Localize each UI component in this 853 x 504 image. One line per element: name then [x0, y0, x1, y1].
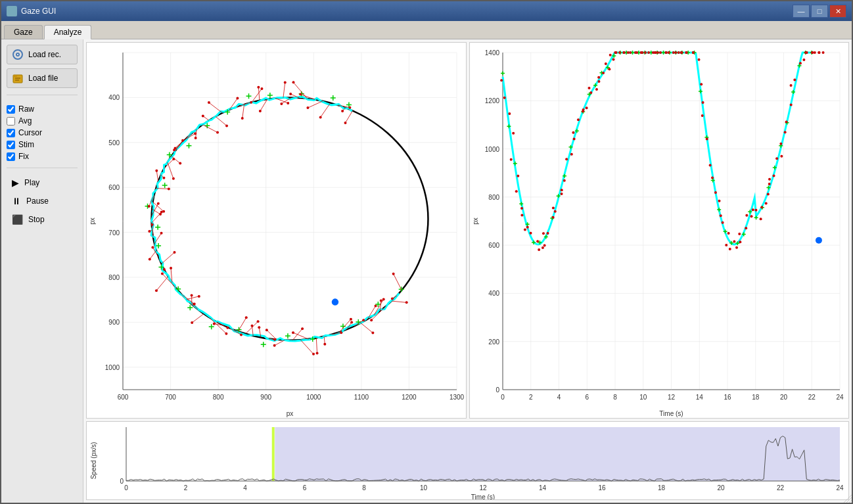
checkbox-raw[interactable]: Raw	[7, 104, 78, 114]
pause-icon: ⏸	[12, 196, 21, 206]
left-canvas	[87, 43, 467, 419]
play-label: Play	[24, 178, 39, 187]
titlebar-buttons: — □ ✕	[793, 5, 846, 18]
window-title: Gaze GUI	[21, 7, 793, 16]
play-icon: ▶	[12, 177, 19, 188]
playback-controls: ▶ Play ⏸ Pause ⬛ Stop	[7, 175, 78, 227]
stim-label: Stim	[18, 140, 34, 149]
top-charts	[86, 42, 849, 419]
load-file-button[interactable]: Load file	[7, 68, 78, 88]
fix-label: Fix	[18, 152, 29, 161]
right-canvas	[470, 43, 850, 419]
tab-gaze[interactable]: Gaze	[4, 25, 43, 39]
svg-line-9	[849, 500, 852, 503]
pause-label: Pause	[26, 196, 49, 206]
load-rec-button[interactable]: Load rec.	[7, 45, 78, 64]
svg-point-2	[17, 54, 18, 55]
svg-rect-4	[13, 75, 17, 77]
load-rec-icon	[11, 48, 24, 61]
divider-2	[7, 168, 78, 168]
pause-button[interactable]: ⏸ Pause	[7, 193, 78, 209]
stop-label: Stop	[28, 215, 45, 224]
load-file-label: Load file	[28, 74, 58, 83]
svg-line-8	[846, 497, 852, 503]
checkbox-cursor[interactable]: Cursor	[7, 128, 78, 137]
sidebar: Load rec. Load file	[1, 39, 83, 503]
right-chart[interactable]	[469, 42, 850, 419]
titlebar: Gaze GUI — □ ✕	[1, 1, 852, 21]
left-chart[interactable]	[86, 42, 467, 419]
checkbox-group: Raw Avg Cursor Stim Fix	[7, 104, 78, 161]
stop-icon: ⬛	[12, 214, 23, 225]
load-rec-label: Load rec.	[28, 50, 61, 59]
checkbox-stim[interactable]: Stim	[7, 140, 78, 149]
raw-label: Raw	[18, 104, 34, 114]
checkbox-fix[interactable]: Fix	[7, 152, 78, 161]
minimize-button[interactable]: —	[793, 5, 810, 18]
avg-label: Avg	[18, 116, 32, 126]
load-file-icon	[11, 72, 24, 85]
bottom-canvas	[87, 422, 849, 500]
app-icon	[7, 6, 17, 16]
tab-bar: Gaze Analyze	[1, 21, 852, 39]
stim-checkbox[interactable]	[7, 141, 15, 149]
tab-analyze[interactable]: Analyze	[44, 25, 92, 39]
raw-checkbox[interactable]	[7, 105, 15, 114]
divider-1	[7, 95, 78, 95]
resize-handle[interactable]	[844, 495, 852, 503]
charts-area	[83, 39, 852, 503]
close-button[interactable]: ✕	[829, 5, 846, 18]
play-button[interactable]: ▶ Play	[7, 175, 78, 191]
main-content: Load rec. Load file	[1, 39, 852, 503]
fix-checkbox[interactable]	[7, 152, 15, 161]
main-window: Gaze GUI — □ ✕ Gaze Analyze Load	[0, 0, 853, 504]
avg-checkbox[interactable]	[7, 117, 15, 126]
cursor-label: Cursor	[18, 128, 42, 137]
bottom-chart[interactable]	[86, 421, 849, 500]
cursor-checkbox[interactable]	[7, 129, 15, 137]
stop-button[interactable]: ⬛ Stop	[7, 212, 78, 227]
maximize-button[interactable]: □	[811, 5, 828, 18]
checkbox-avg[interactable]: Avg	[7, 116, 78, 126]
